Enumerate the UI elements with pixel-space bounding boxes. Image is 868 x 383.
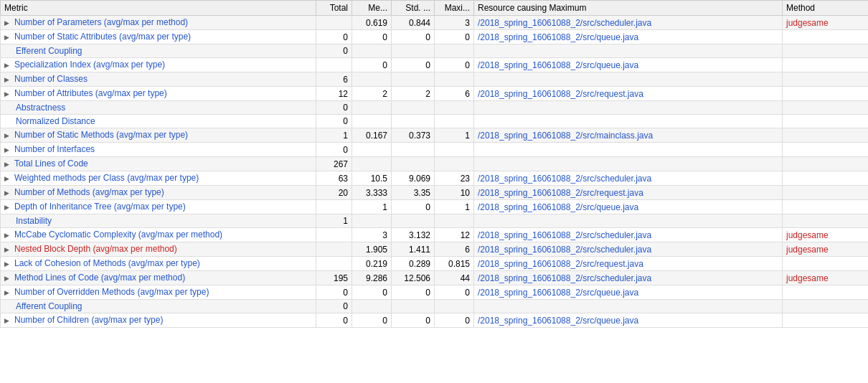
resource-cell: /2018_spring_16061088_2/src/request.java — [474, 186, 783, 200]
metric-name[interactable]: Number of Interfaces — [14, 144, 95, 154]
total-cell: 0 — [316, 101, 352, 115]
metric-name[interactable]: Total Lines of Code — [14, 159, 88, 169]
std-cell: 3.35 — [392, 186, 435, 200]
std-cell — [392, 214, 435, 228]
method-link[interactable]: judgesame — [786, 245, 829, 255]
metric-name[interactable]: Nested Block Depth (avg/max per method) — [14, 244, 177, 254]
table-row: ▶Weighted methods per Class (avg/max per… — [1, 171, 869, 186]
table-row: ▶Number of Interfaces0 — [1, 143, 869, 157]
max-cell: 10 — [435, 186, 474, 200]
std-cell: 0 — [392, 200, 435, 214]
table-row: ▶Number of Parameters (avg/max per metho… — [1, 16, 869, 30]
expand-chevron-icon[interactable]: ▶ — [4, 317, 13, 326]
resource-link[interactable]: /2018_spring_16061088_2/src/scheduler.ja… — [478, 174, 651, 184]
resource-link[interactable]: /2018_spring_16061088_2/src/queue.java — [478, 316, 638, 326]
max-cell: 23 — [435, 171, 474, 186]
metric-name[interactable]: Weighted methods per Class (avg/max per … — [14, 173, 199, 183]
metric-name[interactable]: Depth of Inheritance Tree (avg/max per t… — [14, 202, 186, 212]
method-cell — [783, 300, 869, 313]
metric-name[interactable]: Number of Methods (avg/max per type) — [14, 187, 164, 197]
header-std: Std. ... — [392, 1, 435, 16]
resource-link[interactable]: /2018_spring_16061088_2/src/scheduler.ja… — [478, 245, 651, 255]
metric-name[interactable]: Normalized Distance — [4, 116, 95, 126]
metric-name[interactable]: McCabe Cyclomatic Complexity (avg/max pe… — [14, 230, 222, 240]
total-cell — [316, 16, 352, 30]
resource-cell: /2018_spring_16061088_2/src/queue.java — [474, 58, 783, 72]
resource-link[interactable]: /2018_spring_16061088_2/src/scheduler.ja… — [478, 273, 651, 283]
metric-name[interactable]: Number of Static Attributes (avg/max per… — [14, 32, 191, 42]
metric-name[interactable]: Method Lines of Code (avg/max per method… — [14, 273, 185, 283]
resource-link[interactable]: /2018_spring_16061088_2/src/scheduler.ja… — [478, 230, 651, 240]
mean-cell: 0.167 — [352, 128, 392, 143]
resource-cell — [474, 101, 783, 115]
resource-link[interactable]: /2018_spring_16061088_2/src/queue.java — [478, 60, 638, 70]
metric-name[interactable]: Number of Classes — [14, 74, 88, 84]
method-cell — [783, 214, 869, 228]
resource-link[interactable]: /2018_spring_16061088_2/src/request.java — [478, 188, 643, 198]
metric-cell: ▶Number of Static Methods (avg/max per t… — [1, 128, 316, 143]
expand-chevron-icon[interactable]: ▶ — [4, 132, 13, 141]
method-cell — [783, 186, 869, 200]
mean-cell — [352, 72, 392, 87]
total-cell: 267 — [316, 157, 352, 171]
mean-cell: 0 — [352, 30, 392, 44]
expand-chevron-icon[interactable]: ▶ — [4, 161, 13, 169]
resource-link[interactable]: /2018_spring_16061088_2/src/scheduler.ja… — [478, 18, 651, 28]
expand-chevron-icon[interactable]: ▶ — [4, 62, 13, 70]
metric-name[interactable]: Specialization Index (avg/max per type) — [14, 60, 165, 70]
expand-chevron-icon[interactable]: ▶ — [4, 90, 13, 99]
expand-chevron-icon[interactable]: ▶ — [4, 246, 13, 255]
resource-cell: /2018_spring_16061088_2/src/queue.java — [474, 313, 783, 328]
method-cell: judgesame — [783, 271, 869, 285]
resource-cell: /2018_spring_16061088_2/src/scheduler.ja… — [474, 271, 783, 285]
method-link[interactable]: judgesame — [786, 273, 829, 283]
method-cell: judgesame — [783, 16, 869, 30]
expand-chevron-icon[interactable]: ▶ — [4, 275, 13, 283]
max-cell — [435, 157, 474, 171]
method-cell — [783, 72, 869, 87]
method-link[interactable]: judgesame — [786, 230, 829, 240]
table-row: ▶Number of Static Methods (avg/max per t… — [1, 128, 869, 143]
total-cell: 0 — [316, 143, 352, 157]
mean-cell — [352, 101, 392, 115]
resource-link[interactable]: /2018_spring_16061088_2/src/queue.java — [478, 202, 638, 212]
resource-link[interactable]: /2018_spring_16061088_2/src/mainclass.ja… — [478, 131, 653, 141]
expand-chevron-icon[interactable]: ▶ — [4, 76, 13, 85]
total-cell: 0 — [316, 30, 352, 44]
metric-name[interactable]: Number of Parameters (avg/max per method… — [14, 17, 188, 27]
expand-chevron-icon[interactable]: ▶ — [4, 232, 13, 240]
metric-name[interactable]: Abstractness — [4, 103, 65, 113]
method-cell — [783, 44, 869, 58]
max-cell: 0 — [435, 285, 474, 300]
expand-chevron-icon[interactable]: ▶ — [4, 189, 13, 198]
resource-link[interactable]: /2018_spring_16061088_2/src/queue.java — [478, 288, 638, 298]
mean-cell: 1 — [352, 200, 392, 214]
metric-cell: Normalized Distance — [1, 115, 316, 128]
metric-name[interactable]: Efferent Coupling — [4, 46, 82, 56]
mean-cell: 0.619 — [352, 16, 392, 30]
metric-name[interactable]: Number of Overridden Methods (avg/max pe… — [14, 287, 209, 297]
method-link[interactable]: judgesame — [786, 18, 829, 28]
resource-cell: /2018_spring_16061088_2/src/request.java — [474, 257, 783, 271]
metric-name[interactable]: Afferent Coupling — [4, 301, 82, 311]
metric-name[interactable]: Number of Children (avg/max per type) — [14, 315, 163, 325]
expand-chevron-icon[interactable]: ▶ — [4, 289, 13, 298]
expand-chevron-icon[interactable]: ▶ — [4, 146, 13, 155]
metric-cell: ▶Number of Parameters (avg/max per metho… — [1, 16, 316, 30]
resource-link[interactable]: /2018_spring_16061088_2/src/request.java — [478, 89, 643, 99]
metric-name[interactable]: Number of Attributes (avg/max per type) — [14, 88, 167, 98]
method-cell — [783, 87, 869, 101]
metric-cell: Abstractness — [1, 101, 316, 115]
std-cell — [392, 143, 435, 157]
metric-name[interactable]: Lack of Cohesion of Methods (avg/max per… — [14, 258, 200, 268]
resource-link[interactable]: /2018_spring_16061088_2/src/request.java — [478, 259, 643, 269]
expand-chevron-icon[interactable]: ▶ — [4, 260, 13, 269]
expand-chevron-icon[interactable]: ▶ — [4, 175, 13, 184]
metric-name[interactable]: Number of Static Methods (avg/max per ty… — [14, 130, 188, 140]
metric-name[interactable]: Instability — [4, 216, 52, 226]
expand-chevron-icon[interactable]: ▶ — [4, 34, 13, 42]
expand-chevron-icon[interactable]: ▶ — [4, 204, 13, 212]
expand-chevron-icon[interactable]: ▶ — [4, 19, 13, 28]
resource-link[interactable]: /2018_spring_16061088_2/src/queue.java — [478, 32, 638, 42]
method-cell — [783, 200, 869, 214]
